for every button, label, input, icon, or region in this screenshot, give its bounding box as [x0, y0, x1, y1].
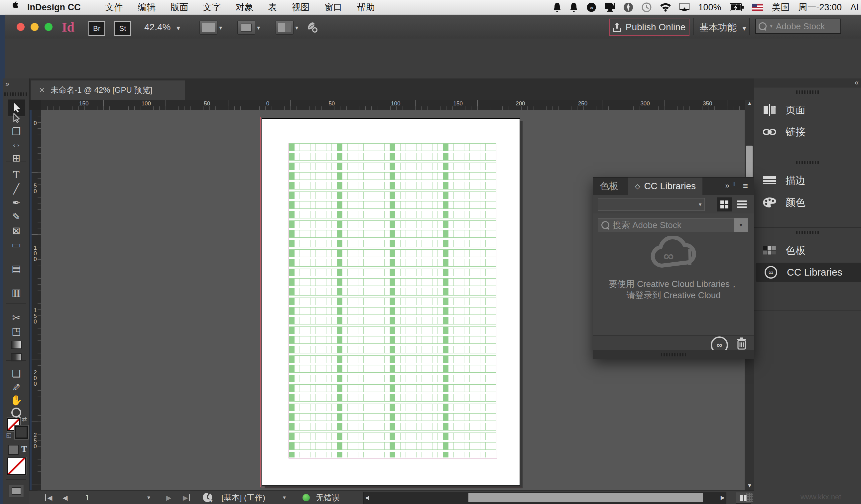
scroll-down-icon[interactable]: ▼ — [747, 483, 752, 489]
library-select-dropdown[interactable]: ▼ — [598, 198, 705, 211]
dock-group-grip[interactable] — [796, 91, 819, 94]
apply-none-button[interactable] — [7, 458, 26, 475]
tools-panel-grip[interactable] — [4, 92, 28, 96]
vertical-ruler[interactable]: 0501001502002503 — [31, 110, 41, 490]
first-page-button[interactable]: ◀ — [45, 491, 52, 504]
search-scope-dropdown[interactable]: ▼ — [734, 218, 748, 232]
zoom-tool[interactable] — [11, 407, 22, 418]
grid-view-button[interactable] — [717, 197, 732, 212]
minimize-window-button[interactable] — [31, 23, 39, 31]
airplay-menu-icon[interactable] — [680, 3, 689, 12]
ruler-origin-corner[interactable] — [29, 100, 41, 110]
workspace-switcher[interactable]: 基本功能▼ — [699, 21, 747, 34]
preflight-profile-label[interactable]: [基本] (工作) — [221, 491, 265, 504]
time-machine-menu-icon[interactable] — [642, 2, 652, 12]
document-page[interactable] — [262, 118, 520, 486]
screen-mode-tool-button[interactable] — [9, 485, 24, 498]
collapse-tools-icon[interactable]: » — [5, 80, 9, 88]
manuscript-grid-frame[interactable] — [289, 143, 496, 458]
horizontal-scrollbar-thumb[interactable] — [468, 493, 703, 502]
swap-fill-stroke-icon[interactable]: ⇄ — [22, 416, 27, 423]
default-fill-stroke-icon[interactable]: ◱ — [6, 432, 12, 439]
gap-tool[interactable]: ⇔ — [11, 139, 22, 150]
notification-bell-icon-2[interactable] — [570, 3, 578, 12]
horizontal-grid-tool[interactable]: ▤ — [11, 263, 22, 274]
input-language-label[interactable]: 美国 — [771, 1, 790, 13]
hand-tool[interactable]: ✋ — [11, 394, 22, 406]
close-tab-icon[interactable]: × — [39, 85, 44, 95]
creative-cloud-menu-icon[interactable]: ∞ — [586, 2, 597, 12]
menu-版面[interactable]: 版面 — [170, 1, 189, 13]
scroll-left-icon[interactable]: ◀ — [365, 494, 369, 501]
screen-mode-button[interactable]: ▼ — [237, 21, 255, 35]
display-menu-icon[interactable] — [605, 3, 615, 12]
eyedropper-tool[interactable]: ✐ — [11, 381, 22, 392]
menu-帮助[interactable]: 帮助 — [357, 1, 375, 13]
page-number-field[interactable]: 1 — [85, 491, 90, 504]
direct-selection-tool[interactable] — [11, 112, 22, 124]
horizontal-scrollbar[interactable]: ◀ ▶ — [363, 492, 726, 504]
menu-编辑[interactable]: 编辑 — [138, 1, 156, 13]
stroke-proxy-swatch[interactable] — [15, 425, 28, 439]
previous-page-button[interactable]: ◀ — [63, 491, 68, 504]
expand-dock-icon[interactable]: « — [855, 79, 858, 87]
horizontal-ruler[interactable]: 15010050050100150200250300350 — [41, 100, 744, 110]
zoom-window-button[interactable] — [44, 23, 53, 31]
menu-视图[interactable]: 视图 — [292, 1, 310, 13]
last-page-button[interactable]: ▶ — [183, 491, 190, 504]
scroll-right-icon[interactable]: ▶ — [721, 494, 725, 501]
close-window-button[interactable] — [17, 23, 25, 31]
view-options-button[interactable]: ▼ — [200, 21, 217, 35]
formatting-affects-container-button[interactable] — [8, 445, 18, 455]
preflight-doc-icon[interactable]: ▾ — [203, 491, 213, 504]
panel-resize-strip[interactable] — [593, 350, 754, 359]
window-resize-grip[interactable] — [746, 493, 753, 502]
menu-文件[interactable]: 文件 — [105, 1, 123, 13]
stock-search-field[interactable]: 搜索 Adobe Stock ▼ — [598, 218, 748, 232]
note-tool[interactable]: ❏ — [11, 368, 22, 379]
frame-tool[interactable]: ⊠ — [11, 225, 22, 236]
formatting-affects-text-button[interactable]: T — [21, 444, 27, 454]
wifi-menu-icon[interactable] — [660, 3, 671, 12]
app-menu-title[interactable]: InDesign CC — [27, 2, 81, 13]
preflight-status-label[interactable]: 无错误 — [316, 491, 340, 504]
type-tool[interactable]: T — [11, 169, 22, 180]
touch-workspace-icon[interactable] — [305, 22, 318, 35]
dock-group-grip[interactable] — [796, 161, 819, 164]
input-language-flag-icon[interactable] — [752, 4, 763, 11]
list-view-button[interactable] — [735, 197, 749, 211]
gradient-tool[interactable] — [11, 339, 22, 350]
panel-menu-icon[interactable]: ≡ — [743, 181, 748, 191]
preflight-dropdown[interactable]: ▼ — [282, 491, 287, 504]
dock-item-CC Libraries[interactable]: ∞CC Libraries — [756, 263, 861, 282]
pen-tool[interactable]: ✒ — [11, 197, 22, 208]
next-page-button[interactable]: ▶ — [166, 491, 171, 504]
zoom-level-control[interactable]: 42.4%▼ — [144, 22, 181, 32]
line-tool[interactable]: ╱ — [11, 183, 22, 194]
publish-online-button[interactable]: Publish Online — [609, 18, 689, 36]
bridge-button[interactable]: Br — [88, 21, 105, 36]
dock-item-链接[interactable]: 链接 — [754, 122, 861, 141]
stock-button[interactable]: St — [114, 21, 131, 36]
menu-窗口[interactable]: 窗口 — [325, 1, 342, 13]
trash-icon[interactable] — [736, 337, 747, 351]
page-tool[interactable]: ❐ — [11, 126, 22, 137]
spotlight-alt-menu-icon[interactable] — [624, 3, 633, 12]
dock-item-描边[interactable]: 描边 — [754, 171, 861, 190]
collapse-panel-icon[interactable]: » — [725, 181, 729, 190]
adobe-stock-search-input[interactable]: ▼ Adobe Stock — [755, 18, 841, 34]
dock-item-色板[interactable]: 色板 — [754, 241, 861, 260]
scroll-up-icon[interactable]: ▲ — [747, 100, 752, 106]
notification-bell-icon[interactable] — [553, 3, 561, 12]
arrange-documents-button[interactable]: ▼ — [276, 21, 293, 35]
scissors-tool[interactable]: ✂ — [11, 312, 22, 323]
document-tab[interactable]: × 未命名-1 @ 42% [GPU 预览] — [31, 80, 185, 100]
vertical-grid-tool[interactable]: ▥ — [11, 287, 22, 298]
page-number-dropdown[interactable]: ▼ — [146, 491, 151, 504]
menubar-clock[interactable]: 周一-23:00 — [798, 1, 842, 13]
menu-文字[interactable]: 文字 — [203, 1, 221, 13]
tab-swatches[interactable]: 色板 — [593, 178, 625, 195]
apple-menu-icon[interactable] — [10, 1, 18, 14]
menu-表[interactable]: 表 — [268, 1, 277, 13]
dock-item-颜色[interactable]: 颜色 — [754, 193, 861, 212]
